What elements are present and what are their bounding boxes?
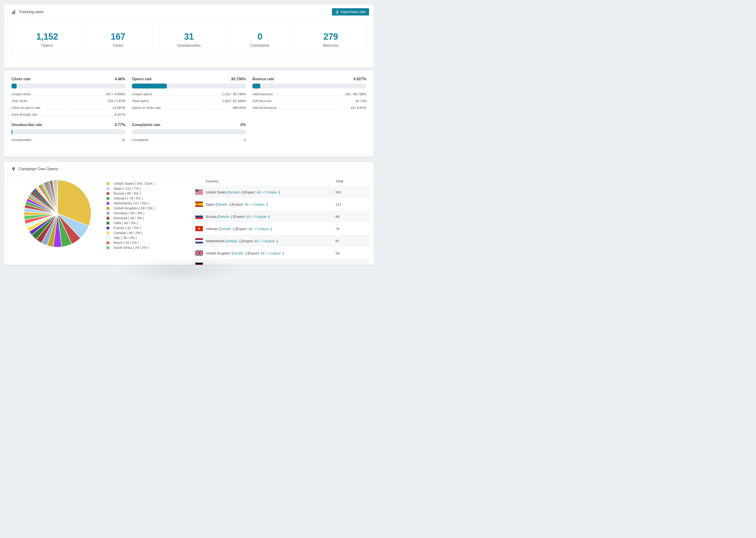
- rate-value: 4.46%: [115, 77, 125, 81]
- stat-label: Unsubscribes: [177, 43, 201, 48]
- rate-detail-row: Opens to clicks rate 689.82%: [132, 106, 246, 110]
- legend-label: Italy ( 36 / 2% ): [114, 236, 136, 240]
- rate-detail-value: 242 / 86.738%: [345, 92, 366, 96]
- legend-label: Germany ( 55 / 3% ): [114, 211, 144, 215]
- rate-head: Unsubscribe rate 0.77%: [12, 123, 125, 127]
- export-unique-link[interactable]: Unique ›: [255, 215, 269, 219]
- details-link[interactable]: Details ›: [233, 251, 245, 255]
- legend-label: Brazil ( 33 / 2% ): [114, 241, 139, 245]
- rate-detail-label: Total opens: [132, 99, 149, 103]
- column-header-country: Country: [206, 179, 218, 183]
- legend-swatch: [106, 221, 110, 225]
- rate-head: Complaints rate 0%: [132, 123, 246, 127]
- rate-detail-label: Opens to clicks rate: [132, 106, 161, 110]
- details-link[interactable]: Details ›: [218, 215, 231, 219]
- rate-value: 0%: [241, 123, 246, 127]
- details-link[interactable]: Details ›: [229, 190, 242, 194]
- rate-detail-label: Click through rate: [12, 113, 37, 117]
- stat-value: 167: [111, 32, 125, 41]
- geo-header: Campaign Geo Opens: [4, 162, 374, 176]
- campaign-geo-opens-card: Campaign Geo Opens United States ( 541 /…: [4, 162, 374, 265]
- rate-detail-row: Total clicks 220 / 5.87%: [12, 99, 125, 103]
- geo-table-body: United States [Details ›] [Export: All ›…: [192, 186, 369, 265]
- details-link[interactable]: Details ›: [227, 239, 240, 243]
- legend-item[interactable]: Brazil ( 33 / 2% ): [106, 241, 154, 245]
- geo-row-text: Vietnam [Details ›] [Export: All › / Uni…: [206, 227, 272, 231]
- rate-detail-label: Unique clicks: [12, 92, 31, 96]
- dotted-leader: [274, 102, 353, 102]
- legend-item[interactable]: United Kingdom ( 59 / 3% ): [106, 206, 154, 210]
- rate-detail-value: 220 / 5.87%: [108, 99, 125, 103]
- legend-item[interactable]: South Africa ( 29 / 2% ): [106, 246, 154, 250]
- stat-value: 279: [324, 32, 338, 41]
- rate-value: 0.77%: [115, 123, 125, 127]
- legend-item[interactable]: Germany ( 55 / 3% ): [106, 211, 154, 215]
- rate-detail-row: Internal bounces 19 / 6.81%: [252, 106, 366, 110]
- pie-legend: United States ( 541 / 31% ) Spain ( 121 …: [106, 182, 154, 251]
- stat-value: 0: [257, 32, 262, 41]
- export-unique-link[interactable]: Unique ›: [253, 202, 267, 206]
- legend-label: Russia ( 86 / 5% ): [114, 191, 141, 195]
- legend-item[interactable]: Spain ( 121 / 7% ): [106, 187, 154, 190]
- export-unique-link[interactable]: Unique ›: [257, 227, 271, 231]
- rate-detail-row: Clicks to opens rate 14.497%: [12, 106, 125, 110]
- legend-swatch: [106, 182, 110, 186]
- legend-item[interactable]: Canada ( 40 / 2% ): [106, 231, 154, 235]
- rate-panel: Bounce rate 6.927% Hard bounces 242 / 86…: [252, 77, 366, 117]
- rate-detail-row: Hard bounces 242 / 86.738%: [252, 92, 366, 96]
- rate-detail-row: Complaints 0: [132, 138, 246, 142]
- rate-detail-row: Unique clicks 167 / 4.456%: [12, 92, 125, 96]
- legend-swatch: [106, 226, 110, 230]
- legend-label: United States ( 541 / 31% ): [114, 182, 154, 186]
- legend-label: France ( 42 / 2% ): [114, 226, 141, 230]
- table-row: Netherlands [Details ›] [Export: All › /…: [192, 235, 369, 247]
- rate-detail-label: Unique opens: [132, 92, 152, 96]
- export-basic-stats-button[interactable]: Export basic stats: [332, 8, 369, 16]
- legend-item[interactable]: Romania ( 49 / 3% ): [106, 216, 154, 220]
- export-all-link[interactable]: All ›: [248, 227, 254, 231]
- rate-title: Complaints rate: [132, 123, 160, 127]
- export-all-link[interactable]: All ›: [257, 190, 263, 194]
- legend-item[interactable]: Vietnam ( 79 / 5% ): [106, 196, 154, 200]
- rate-progress-track: [132, 129, 246, 134]
- rate-detail-label: Hard bounces: [252, 92, 273, 96]
- details-link[interactable]: Details ›: [217, 202, 230, 206]
- details-link[interactable]: Details ›: [220, 227, 233, 231]
- geo-row-total: 121: [336, 202, 341, 206]
- geo-row-total: 86: [336, 215, 340, 219]
- legend-swatch: [106, 231, 110, 235]
- legend-item[interactable]: Italy ( 36 / 2% ): [106, 236, 154, 240]
- legend-label: Romania ( 49 / 3% ): [114, 216, 144, 220]
- export-unique-link[interactable]: Unique ›: [263, 239, 277, 243]
- dotted-leader: [30, 102, 106, 102]
- export-all-link[interactable]: All ›: [260, 251, 266, 255]
- legend-label: India ( 46 / 3% ): [114, 221, 137, 225]
- stat-label: Bounces: [323, 43, 338, 48]
- legend-item[interactable]: United States ( 541 / 31% ): [106, 182, 154, 186]
- legend-item[interactable]: France ( 42 / 2% ): [106, 226, 154, 230]
- legend-swatch: [106, 241, 110, 245]
- rate-head: Opens rate 30.736%: [132, 77, 246, 81]
- legend-item[interactable]: Russia ( 86 / 5% ): [106, 191, 154, 195]
- legend-swatch: [106, 211, 110, 215]
- us-flag-icon: [195, 189, 203, 194]
- export-all-link[interactable]: All ›: [246, 215, 252, 219]
- legend-swatch: [106, 246, 110, 250]
- rate-progress-fill: [252, 83, 260, 88]
- page-title: Tracking stats: [19, 10, 43, 14]
- rate-head: Bounce rate 6.927%: [252, 77, 366, 81]
- legend-swatch: [106, 187, 110, 190]
- geo-row-text: Netherlands [Details ›] [Export: All › /…: [206, 239, 278, 243]
- export-unique-link[interactable]: Unique ›: [266, 190, 279, 194]
- export-all-link[interactable]: All ›: [244, 202, 250, 206]
- table-row: [192, 259, 369, 265]
- stats-row: 1,152 Opens 167 Clicks 31 Unsubscribes 0…: [12, 24, 366, 56]
- nl-flag-icon: [195, 238, 203, 243]
- export-unique-link[interactable]: Unique ›: [270, 251, 283, 255]
- rate-panel: Complaints rate 0% Complaints 0: [132, 123, 246, 142]
- legend-item[interactable]: Netherlands ( 67 / 4% ): [106, 201, 154, 205]
- rate-detail-value: 689.82%: [233, 106, 246, 110]
- legend-item[interactable]: India ( 46 / 3% ): [106, 221, 154, 225]
- export-icon: [335, 10, 339, 14]
- export-all-link[interactable]: All ›: [254, 239, 261, 243]
